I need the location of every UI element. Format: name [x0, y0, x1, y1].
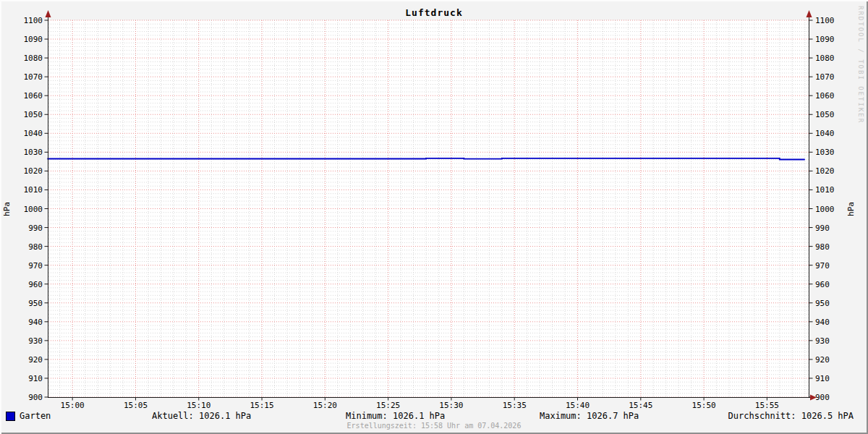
svg-text:960: 960 — [815, 280, 830, 289]
svg-text:1030: 1030 — [815, 148, 835, 157]
svg-text:970: 970 — [28, 261, 43, 271]
svg-text:15:25: 15:25 — [376, 401, 400, 410]
svg-text:990: 990 — [815, 224, 830, 233]
svg-text:1040: 1040 — [24, 129, 43, 138]
svg-text:1020: 1020 — [815, 166, 835, 176]
svg-text:1000: 1000 — [24, 205, 43, 214]
svg-text:1070: 1070 — [815, 72, 835, 82]
svg-text:15:05: 15:05 — [124, 401, 148, 410]
svg-text:950: 950 — [28, 299, 43, 308]
svg-text:970: 970 — [815, 261, 830, 271]
svg-text:1090: 1090 — [24, 35, 43, 44]
svg-text:15:35: 15:35 — [503, 401, 527, 410]
creation-timestamp: Erstellungszeit: 15:58 Uhr am 07.04.2026 — [0, 422, 868, 430]
svg-text:940: 940 — [815, 318, 830, 327]
svg-text:1100: 1100 — [815, 16, 835, 25]
rrdtool-graph: Luftdruck hPa hPa RRDTOOL / TOBI OETIKER… — [0, 0, 868, 434]
stat-maximum: Maximum: 1026.7 hPa — [540, 411, 639, 421]
stat-aktuell: Aktuell: 1026.1 hPa — [152, 411, 251, 421]
svg-text:15:30: 15:30 — [439, 401, 463, 410]
svg-text:920: 920 — [28, 355, 43, 365]
svg-text:15:20: 15:20 — [313, 401, 337, 410]
stat-durchschnitt: Durchschnitt: 1026.5 hPA — [728, 411, 854, 421]
plot-area: 9009009109109209209309309409409509509609… — [0, 0, 868, 434]
svg-text:1050: 1050 — [815, 110, 835, 119]
svg-text:15:00: 15:00 — [61, 401, 85, 410]
svg-text:900: 900 — [815, 393, 830, 402]
svg-text:1060: 1060 — [24, 91, 43, 101]
svg-text:950: 950 — [815, 299, 830, 308]
svg-text:1080: 1080 — [24, 54, 43, 63]
svg-text:980: 980 — [815, 242, 830, 252]
svg-text:1010: 1010 — [815, 185, 835, 195]
svg-text:1000: 1000 — [815, 205, 835, 214]
svg-text:15:55: 15:55 — [755, 401, 779, 410]
svg-text:980: 980 — [28, 242, 43, 252]
stat-minimum: Minimum: 1026.1 hPa — [346, 411, 445, 421]
svg-text:15:10: 15:10 — [187, 401, 210, 410]
svg-text:15:40: 15:40 — [566, 401, 590, 410]
svg-text:15:15: 15:15 — [250, 401, 273, 410]
legend-row: Garten Aktuell: 1026.1 hPa Minimum: 1026… — [0, 411, 868, 421]
svg-text:920: 920 — [815, 355, 830, 365]
svg-text:930: 930 — [28, 336, 43, 346]
svg-text:1040: 1040 — [815, 129, 835, 138]
svg-text:1020: 1020 — [24, 166, 43, 176]
svg-text:990: 990 — [28, 224, 43, 233]
svg-text:1100: 1100 — [24, 16, 43, 25]
svg-text:1050: 1050 — [24, 110, 43, 119]
svg-text:910: 910 — [815, 374, 830, 383]
svg-text:1070: 1070 — [24, 72, 43, 82]
legend-series-label: Garten — [20, 411, 51, 421]
svg-text:1080: 1080 — [815, 54, 835, 63]
svg-text:1010: 1010 — [24, 185, 43, 195]
legend-color-swatch — [6, 412, 15, 421]
svg-text:1030: 1030 — [24, 148, 43, 157]
svg-text:1090: 1090 — [815, 35, 835, 44]
svg-text:1060: 1060 — [815, 91, 835, 101]
svg-text:940: 940 — [28, 318, 43, 327]
svg-text:910: 910 — [28, 374, 43, 383]
svg-text:15:50: 15:50 — [692, 401, 716, 410]
svg-text:900: 900 — [28, 393, 43, 402]
svg-text:930: 930 — [815, 336, 830, 346]
svg-text:960: 960 — [28, 280, 43, 289]
svg-text:15:45: 15:45 — [629, 401, 652, 410]
